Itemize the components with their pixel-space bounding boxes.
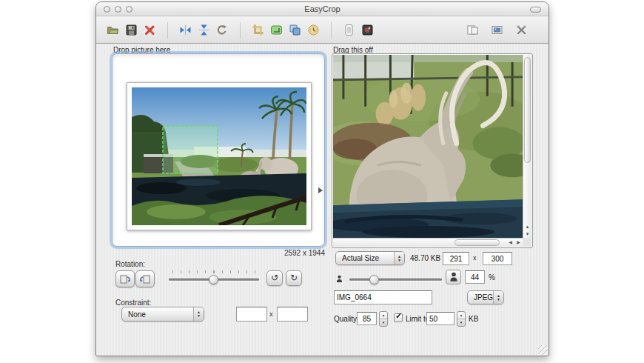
rotation-slider-thumb[interactable]	[209, 275, 218, 284]
horizontal-scrollbar-thumb[interactable]	[455, 239, 500, 246]
popup-arrows-icon: ▲▼	[493, 291, 503, 304]
scroll-down-icon: ▼	[523, 230, 531, 238]
vertical-scrollbar-thumb[interactable]	[524, 57, 531, 163]
toolbar-toggle-button[interactable]	[530, 7, 541, 13]
source-photo-image	[132, 87, 306, 225]
open-icon[interactable]	[107, 24, 119, 36]
crop-preview-view[interactable]: ▲▼ ◀▶	[332, 53, 533, 248]
zoom-button[interactable]	[126, 6, 133, 13]
crop-preview-image[interactable]	[333, 55, 523, 238]
title-bar: EasyCrop	[96, 2, 549, 16]
desktop: EasyCrop Drop picture here Drag this off	[0, 0, 644, 363]
zoom-slider[interactable]	[349, 268, 442, 287]
popup-arrows-icon: ▲▼	[193, 307, 204, 321]
vertical-scrollbar[interactable]: ▲▼	[523, 55, 531, 238]
zoom-out-icon	[336, 273, 343, 286]
flip-vertical-icon[interactable]	[198, 24, 210, 36]
vertical-scrollbar-arrows[interactable]: ▲▼	[523, 223, 531, 238]
minimize-button[interactable]	[115, 6, 121, 13]
quality-value-field[interactable]	[357, 312, 377, 325]
panel-toggle-icon[interactable]	[466, 24, 479, 36]
resize-grip[interactable]	[538, 345, 548, 355]
size-mode-value: Actual Size	[342, 254, 379, 262]
toolbar-separator	[331, 22, 332, 39]
tools-icon[interactable]	[515, 24, 528, 36]
easycrop-window: EasyCrop Drop picture here Drag this off	[95, 1, 549, 356]
crop-selection[interactable]	[163, 126, 218, 173]
file-size-readout: 48.70 KB	[410, 254, 440, 262]
rotation-label: Rotation:	[115, 260, 145, 268]
zoom-in-button[interactable]	[446, 270, 461, 284]
toolbar	[96, 17, 549, 44]
dimension-separator: x	[269, 310, 273, 318]
rotation-slider-ticks	[172, 270, 255, 273]
rotation-slider[interactable]	[169, 268, 259, 287]
check-icon: ✓	[395, 311, 402, 321]
image-size-readout: 2592 x 1944	[112, 249, 325, 257]
window-title: EasyCrop	[96, 4, 549, 13]
horizontal-scrollbar-arrows[interactable]: ◀▶	[506, 239, 523, 247]
source-image-well[interactable]	[112, 53, 325, 247]
dimension-separator: x	[473, 254, 477, 262]
filename-field[interactable]	[334, 290, 432, 304]
zoom-in-icon	[449, 272, 458, 282]
resize-icon[interactable]	[270, 24, 283, 36]
crop-height-field[interactable]	[483, 252, 512, 265]
copy-icon[interactable]	[289, 24, 301, 36]
preview-icon[interactable]	[491, 24, 503, 36]
rotate-page-left-icon	[119, 274, 131, 284]
save-icon[interactable]	[125, 24, 138, 36]
scrollbar-corner	[523, 238, 531, 247]
delete-icon[interactable]	[144, 24, 156, 36]
zoom-slider-track[interactable]	[349, 279, 442, 281]
rotate-left-90-button[interactable]	[115, 270, 135, 287]
zoom-slider-thumb[interactable]	[369, 275, 379, 284]
quality-label: Quality:	[334, 315, 359, 323]
constraint-width-field[interactable]	[236, 307, 267, 322]
constraint-height-field[interactable]	[277, 307, 308, 322]
limit-stepper[interactable]: ▲▼	[457, 311, 466, 327]
constraint-value: None	[128, 310, 146, 319]
format-popup[interactable]: JPEG ▲▼	[467, 290, 504, 304]
crop-icon[interactable]	[252, 24, 264, 36]
constraint-popup[interactable]: None ▲▼	[121, 307, 204, 322]
scroll-left-icon: ◀	[506, 239, 514, 247]
zoom-unit-label: %	[489, 273, 495, 282]
limit-unit-label: KB	[469, 315, 478, 323]
limit-value-field[interactable]	[426, 312, 455, 325]
constraint-label: Constraint:	[115, 299, 151, 307]
popup-arrows-icon: ▲▼	[394, 252, 404, 264]
frame-icon[interactable]	[343, 24, 355, 36]
toolbar-separator	[167, 22, 168, 39]
quality-stepper[interactable]: ▲▼	[379, 311, 388, 327]
size-mode-popup[interactable]: Actual Size ▲▼	[335, 251, 405, 265]
toolbar-right-group	[455, 24, 549, 36]
scroll-up-icon: ▲	[523, 223, 531, 230]
source-photo[interactable]	[127, 82, 312, 230]
zoom-value-field[interactable]	[465, 270, 485, 284]
content-area: Drop picture here Drag this off	[96, 44, 549, 356]
format-value: JPEG	[474, 293, 493, 302]
toolbar-separator	[240, 22, 241, 39]
effects-icon[interactable]	[361, 24, 374, 36]
scroll-right-icon: ▶	[514, 239, 523, 247]
close-button[interactable]	[104, 6, 110, 13]
limit-checkbox[interactable]: ✓	[394, 313, 403, 322]
horizontal-scrollbar[interactable]: ◀▶	[333, 238, 523, 247]
flip-horizontal-icon[interactable]	[179, 24, 192, 36]
panel-resize-arrow[interactable]	[318, 187, 323, 193]
rotate-right-90-button[interactable]	[135, 270, 155, 287]
rotate-icon[interactable]	[216, 24, 229, 36]
rotate-cw-button[interactable]: ↻	[286, 270, 302, 286]
rotate-page-right-icon	[139, 274, 151, 284]
crop-width-field[interactable]	[443, 252, 469, 265]
rotate-ccw-button[interactable]: ↺	[266, 270, 283, 286]
revert-icon[interactable]	[307, 24, 320, 36]
